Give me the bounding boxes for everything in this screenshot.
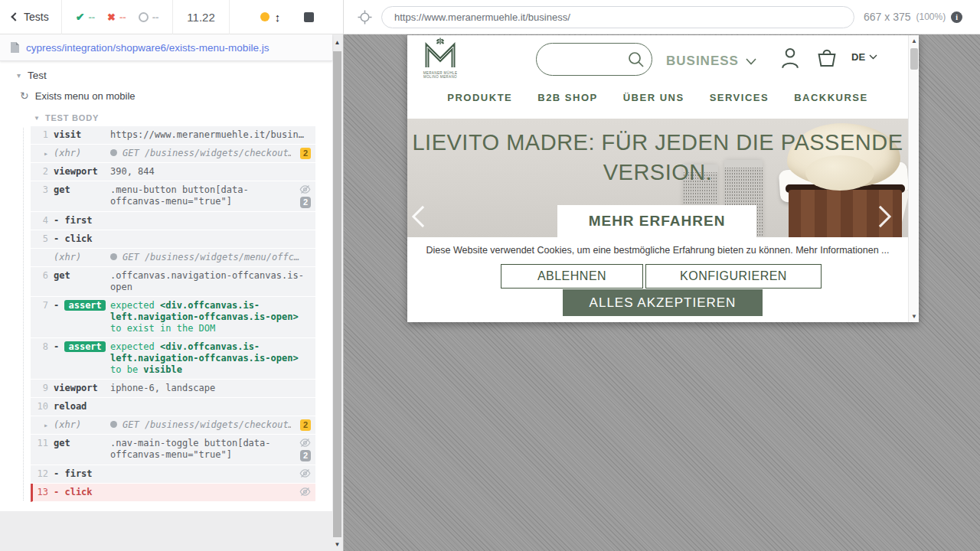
spec-file-link[interactable]: cypress/integration/shopware6/exists-men… bbox=[26, 42, 269, 54]
xhr-dot-icon bbox=[110, 421, 117, 428]
command-row[interactable]: 13- click bbox=[31, 484, 315, 502]
command-row[interactable]: 11get.nav-main-toggle button[data-offcan… bbox=[31, 435, 315, 465]
search-input[interactable] bbox=[546, 47, 626, 72]
nav-item-produkte[interactable]: PRODUKTE bbox=[447, 92, 512, 103]
hero-carousel-slide: LIEVITO MADRE: FÜR JEDEN DIE PASSENDE VE… bbox=[407, 119, 908, 237]
hidden-eye-icon bbox=[299, 438, 311, 448]
command-row[interactable]: 9viewportiphone-6, landscape bbox=[31, 380, 315, 398]
command-method: - click bbox=[54, 233, 110, 245]
search-box bbox=[536, 43, 652, 76]
logo-caption-line2: MOLINO MERANO bbox=[419, 75, 462, 79]
hero-headline: LIEVITO MADRE: FÜR JEDEN DIE PASSENDE VE… bbox=[407, 128, 908, 187]
site-scrollbar[interactable]: ▲ ▼ bbox=[908, 35, 919, 322]
runner-controls: Tests ✔ -- ✖ -- -- 11.22 bbox=[0, 0, 344, 34]
suite-title: Test bbox=[28, 70, 47, 81]
aut-url-input[interactable] bbox=[381, 6, 854, 28]
scrollbar-thumb[interactable] bbox=[333, 51, 341, 537]
site-logo[interactable]: MERANER MÜHLE MOLINO MERANO bbox=[419, 37, 462, 79]
nav-item-backkurse[interactable]: BACKKURSE bbox=[794, 92, 868, 103]
scroll-down-icon[interactable]: ▼ bbox=[909, 313, 919, 320]
cookie-accept-all-button[interactable]: ALLES AKZEPTIEREN bbox=[563, 289, 763, 316]
back-to-tests-button[interactable]: Tests bbox=[0, 0, 61, 34]
command-row[interactable]: 8- assertexpected <div.offcanvas.is-left… bbox=[31, 338, 315, 380]
carousel-prev-icon[interactable] bbox=[412, 206, 433, 227]
run-controls: ↕ bbox=[230, 11, 325, 24]
command-row[interactable]: 12- first bbox=[31, 465, 315, 484]
scrollbar-thumb[interactable] bbox=[910, 48, 918, 70]
command-method: (xhr) bbox=[54, 252, 110, 263]
runner-header: Tests ✔ -- ✖ -- -- 11.22 bbox=[0, 0, 980, 34]
cookie-message-text: Diese Website verwendet Cookies, um eine… bbox=[426, 245, 796, 256]
channel-select-label: BUSINESS bbox=[666, 54, 739, 69]
channel-select[interactable]: BUSINESS bbox=[666, 54, 756, 69]
pending-circle-icon bbox=[139, 12, 149, 22]
command-row[interactable]: 3get.menu-button button[data-offcanvas-m… bbox=[31, 181, 315, 212]
scroll-down-icon[interactable]: ▼ bbox=[332, 541, 342, 548]
suite-row[interactable]: ▾ Test bbox=[0, 61, 332, 81]
cookie-message: Diese Website verwendet Cookies, um eine… bbox=[407, 245, 908, 256]
command-line-number: 11 bbox=[31, 438, 54, 461]
command-message bbox=[110, 401, 311, 412]
stat-passed: ✔ -- bbox=[76, 11, 95, 23]
info-icon[interactable]: i bbox=[951, 11, 962, 23]
command-line-number: 6 bbox=[31, 270, 54, 293]
collapse-triangle-icon: ▾ bbox=[17, 71, 21, 80]
command-row[interactable]: 6get.offcanvas.navigation-offcanvas.is-o… bbox=[31, 267, 315, 297]
cookie-more-info-link[interactable]: Mehr Informationen ... bbox=[795, 245, 889, 256]
nav-item-services[interactable]: SERVICES bbox=[710, 92, 769, 103]
nav-item-b2b-shop[interactable]: B2B SHOP bbox=[537, 92, 597, 103]
cookie-configure-button[interactable]: KONFIGURIEREN bbox=[645, 264, 822, 289]
command-row[interactable]: 10reload bbox=[31, 398, 315, 416]
test-row[interactable]: ↻ Exists menu on mobile bbox=[0, 81, 332, 102]
command-indicators: 2 bbox=[291, 184, 311, 208]
expand-chevron-icon[interactable]: ▸ bbox=[31, 148, 54, 159]
command-row[interactable]: 7- assertexpected <div.offcanvas.is-left… bbox=[31, 297, 315, 338]
command-row[interactable]: 1visithttps://www.meranermuehle.it/busin… bbox=[31, 126, 315, 145]
cookie-decline-button[interactable]: ABLEHNEN bbox=[501, 264, 643, 289]
expand-chevron-icon[interactable]: ▸ bbox=[31, 419, 54, 431]
command-message: 390, 844 bbox=[110, 166, 311, 178]
command-indicators: 2 bbox=[291, 148, 311, 159]
command-message: .menu-button button[data-offcanvas-menu=… bbox=[110, 184, 291, 208]
command-row[interactable]: 2viewport390, 844 bbox=[31, 163, 315, 181]
command-method: reload bbox=[54, 401, 110, 412]
command-count-badge: 2 bbox=[300, 450, 311, 461]
scroll-up-icon[interactable]: ▲ bbox=[909, 37, 919, 44]
command-indicators bbox=[291, 468, 311, 480]
command-method: - assert bbox=[54, 300, 110, 334]
pending-count: -- bbox=[152, 11, 159, 23]
account-icon[interactable] bbox=[779, 46, 801, 69]
scroll-up-icon[interactable]: ▲ bbox=[332, 39, 342, 46]
assert-badge: assert bbox=[64, 341, 105, 352]
command-method: (xhr) bbox=[54, 148, 110, 159]
stop-button[interactable] bbox=[304, 12, 314, 22]
command-line-number: 10 bbox=[31, 401, 54, 412]
chevron-down-icon bbox=[869, 54, 877, 60]
command-message: https://www.meranermuehle.it/busin… bbox=[110, 129, 311, 141]
command-row[interactable]: (xhr)GET /business/widgets/menu/offc… bbox=[31, 249, 315, 267]
command-row[interactable]: 4- first bbox=[31, 212, 315, 230]
command-row[interactable]: ▸(xhr)GET /business/widgets/checkout…2 bbox=[31, 145, 315, 163]
failed-count: -- bbox=[119, 11, 126, 23]
nav-item--ber-uns[interactable]: ÜBER UNS bbox=[623, 92, 684, 103]
xhr-dot-icon bbox=[110, 149, 117, 156]
command-method: visit bbox=[54, 129, 110, 141]
command-log: 1visithttps://www.meranermuehle.it/busin… bbox=[31, 126, 315, 502]
search-icon[interactable] bbox=[626, 50, 646, 70]
basket-icon[interactable] bbox=[816, 46, 838, 69]
aut-iframe: MERANER MÜHLE MOLINO MERANO BUSINESS bbox=[407, 35, 919, 322]
command-line-number: 9 bbox=[31, 383, 54, 394]
language-select[interactable]: DE bbox=[851, 51, 877, 63]
command-row[interactable]: ▸(xhr)GET /business/widgets/checkout…2 bbox=[31, 416, 315, 435]
selector-playground-icon[interactable] bbox=[358, 10, 372, 24]
test-timer: 11.22 bbox=[173, 11, 228, 24]
auto-scroll-toggle-icon[interactable]: ↕ bbox=[275, 11, 281, 24]
test-body-header[interactable]: ▼ TEST BODY bbox=[34, 113, 332, 122]
command-line-number bbox=[31, 252, 54, 263]
hero-cta-button[interactable]: MEHR ERFAHREN bbox=[557, 205, 756, 237]
cookie-button-row: ABLEHNEN KONFIGURIEREN bbox=[501, 264, 822, 289]
aut-background: MERANER MÜHLE MOLINO MERANO BUSINESS bbox=[344, 34, 980, 551]
command-row[interactable]: 5- click bbox=[31, 230, 315, 249]
reporter-scrollbar[interactable]: ▲ ▼ bbox=[332, 34, 342, 551]
command-indicators bbox=[291, 487, 311, 498]
